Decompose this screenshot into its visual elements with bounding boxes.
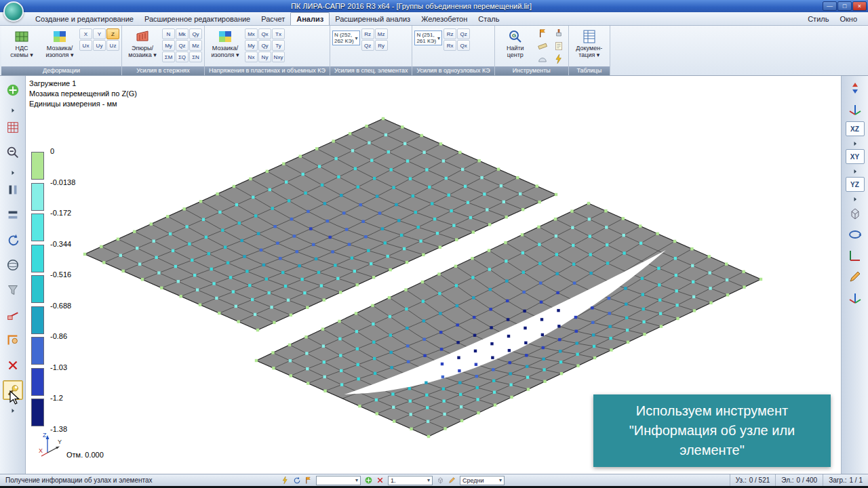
status-tool-2-2[interactable] [374, 475, 386, 485]
menu-right-item-1[interactable]: Стиль [802, 12, 834, 25]
special-element-buttons-Mz[interactable]: Mz [375, 28, 388, 39]
status-tool-3-1[interactable] [435, 475, 446, 485]
bar-force-buttons-N[interactable]: N [162, 28, 175, 39]
tools-stack-1-flag-icon[interactable] [535, 27, 550, 39]
mesh-display-tool[interactable] [3, 117, 23, 137]
menu-right-item-2[interactable]: Окно [834, 12, 863, 25]
single-node-buttons-Qz[interactable]: Qz [457, 28, 470, 39]
filter-tool[interactable] [3, 280, 23, 300]
menu-tab-3[interactable]: Расчет [256, 12, 290, 25]
special-element-buttons-Ry[interactable]: Ry [375, 40, 388, 51]
plate-stress-buttons-Ty[interactable]: Ty [272, 40, 285, 51]
menu-tab-6[interactable]: Железобетон [416, 12, 473, 25]
projection-tool-1[interactable] [3, 180, 23, 199]
special-element-buttons-Qz[interactable]: Qz [361, 40, 374, 51]
displacement-axis-buttons-Y[interactable]: Y [93, 28, 106, 39]
status-tool-2-1[interactable] [363, 475, 374, 485]
local-axes-button[interactable] [845, 247, 865, 264]
documentation-button[interactable]: Докумен-тация ▾ [571, 27, 608, 60]
edit-view-button[interactable] [845, 268, 865, 285]
plate-stress-buttons-Qx[interactable]: Qx [258, 28, 271, 39]
view-xz-button[interactable]: XZ [846, 121, 865, 136]
maximize-button[interactable]: □ [837, 1, 852, 11]
isometric-view-button[interactable] [845, 205, 865, 222]
tools-stack-2 [551, 27, 566, 65]
menu-tab-4[interactable]: Анализ [290, 12, 330, 25]
nds-schemes-button[interactable]: НДСсхемы ▾ [3, 27, 40, 60]
bar-force-buttons-My[interactable]: My [162, 40, 175, 51]
bar-force-buttons-Qz[interactable]: Qz [176, 40, 189, 51]
single-node-force-combo[interactable]: N (251,261 КЭ)▾ [414, 30, 442, 45]
ucs-button[interactable] [845, 289, 865, 306]
more-tools-arrow[interactable] [3, 405, 23, 413]
delete-tool[interactable] [3, 355, 23, 375]
bar-force-buttons-ΣM[interactable]: ΣM [162, 52, 175, 62]
view-xy-button[interactable]: XY [846, 149, 865, 164]
clip-plane-tool[interactable] [3, 330, 23, 350]
find-center-button[interactable]: GНайтицентр [497, 27, 534, 60]
status-tool-1-1[interactable] [279, 475, 291, 485]
lightning-icon [553, 54, 564, 64]
displacement-axis-buttons-Z[interactable]: Z [106, 28, 119, 39]
model-viewport[interactable]: Загружение 1Мозаика перемещений по Z(G)Е… [26, 76, 841, 474]
displacement-axis-buttons-Uz[interactable]: Uz [106, 40, 119, 51]
view-xz-arrow[interactable] [845, 138, 865, 146]
status-combo-3[interactable]: Средни▾ [460, 476, 505, 485]
plate-stress-buttons-Mx[interactable]: Mx [245, 28, 258, 39]
section-tool[interactable] [3, 305, 23, 325]
view-yz-button[interactable]: YZ [846, 177, 865, 192]
plate-stress-buttons-Nx[interactable]: Nx [245, 52, 258, 62]
plate-stress-buttons-My[interactable]: My [245, 40, 258, 51]
zoom-out-tool[interactable] [3, 142, 23, 162]
projection-tool-2[interactable] [3, 205, 23, 224]
displacement-axis-buttons-Uy[interactable]: Uy [93, 40, 106, 51]
sphere-view-tool[interactable] [3, 255, 23, 274]
view-yz-arrow[interactable] [845, 194, 865, 202]
global-axes-button[interactable] [845, 100, 865, 118]
status-tool-1-3[interactable] [302, 475, 314, 485]
menu-tab-7[interactable]: Сталь [473, 12, 505, 25]
menu-tab-2[interactable]: Расширенное редактирование [139, 12, 256, 25]
single-node-buttons-Qx[interactable]: Qx [457, 40, 470, 51]
plate-stress-buttons-Tx[interactable]: Tx [272, 28, 285, 39]
expand-arrow-1[interactable] [3, 105, 23, 113]
tools-stack-2-paint-icon[interactable] [551, 27, 566, 39]
expand-arrow-2[interactable] [3, 167, 23, 176]
menu-tab-5[interactable]: Расширенный анализ [330, 12, 416, 25]
tools-stack-2-lightning-icon[interactable] [551, 53, 566, 65]
epure-mosaic-button[interactable]: Эпюры/мозаика ▾ [124, 27, 161, 60]
view-xy-arrow[interactable] [845, 166, 865, 174]
plate-mosaic-isofields-button[interactable]: Мозаика/изополя ▾ [207, 27, 243, 60]
status-combo-2[interactable]: 1.▾ [388, 476, 433, 485]
bar-force-buttons-ΣN[interactable]: ΣN [189, 52, 202, 62]
pan-tool[interactable] [3, 80, 23, 100]
special-element-buttons-Rz[interactable]: Rz [361, 28, 374, 39]
legend-swatch-1 [31, 152, 44, 180]
special-element-force-combo[interactable]: N (252,262 КЭ)▾ [332, 30, 360, 45]
tools-stack-1-protractor-icon[interactable] [535, 53, 550, 65]
plate-stress-buttons-Nxy[interactable]: Nxy [272, 52, 285, 62]
status-tool-3-2[interactable] [446, 475, 458, 485]
flip-view-button[interactable] [845, 79, 865, 97]
displacement-axis-buttons-X[interactable]: X [79, 28, 92, 39]
bar-force-buttons-Mz[interactable]: Mz [189, 40, 202, 51]
plate-stress-buttons-Ny[interactable]: Ny [258, 52, 271, 62]
mosaic-isofields-button[interactable]: Мозаика/изополя ▾ [41, 27, 78, 60]
tools-stack-1-ruler-icon[interactable] [535, 40, 550, 52]
tools-stack-2-memo-icon[interactable] [551, 40, 566, 52]
plate-stress-buttons-Qy[interactable]: Qy [258, 40, 271, 51]
bar-force-buttons-ΣQ[interactable]: ΣQ [176, 52, 189, 62]
close-button[interactable]: × [852, 1, 867, 11]
status-tool-1-2[interactable] [291, 475, 302, 485]
bar-force-buttons-Mk[interactable]: Mk [176, 28, 189, 39]
rotate-view-button[interactable] [845, 226, 865, 243]
rotate-model-tool[interactable] [3, 230, 23, 249]
minimize-button[interactable]: — [823, 1, 837, 11]
status-combo-1[interactable]: ▾ [316, 476, 361, 485]
app-menu-button[interactable] [3, 1, 24, 22]
displacement-axis-buttons-Ux[interactable]: Ux [79, 40, 92, 51]
menu-tab-1[interactable]: Создание и редактирование [30, 12, 139, 25]
single-node-buttons-Rx[interactable]: Rx [443, 40, 456, 51]
bar-force-buttons-Qy[interactable]: Qy [189, 28, 202, 39]
single-node-buttons-Rz[interactable]: Rz [443, 28, 456, 39]
